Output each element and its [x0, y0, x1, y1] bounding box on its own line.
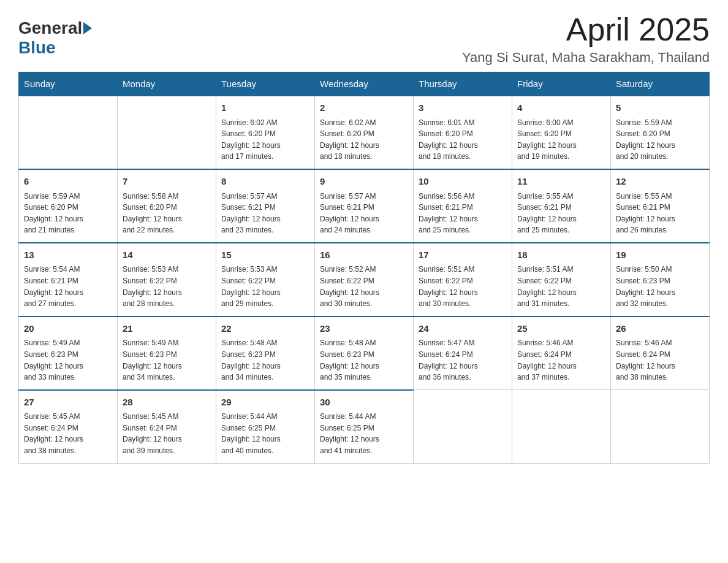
day-info: Sunrise: 6:02 AMSunset: 6:20 PMDaylight:…	[320, 117, 408, 163]
day-number: 14	[123, 248, 211, 262]
day-number: 21	[123, 322, 211, 336]
day-number: 23	[320, 322, 408, 336]
day-info: Sunrise: 5:51 AMSunset: 6:22 PMDaylight:…	[517, 264, 605, 309]
calendar-cell: 29Sunrise: 5:44 AMSunset: 6:25 PMDayligh…	[216, 390, 315, 463]
calendar-cell: 10Sunrise: 5:56 AMSunset: 6:21 PMDayligh…	[414, 169, 512, 243]
calendar-cell: 6Sunrise: 5:59 AMSunset: 6:20 PMDaylight…	[19, 169, 118, 243]
header: General Blue April 2025 Yang Si Surat, M…	[18, 12, 710, 66]
calendar-cell	[611, 390, 710, 463]
logo-arrow-icon	[83, 22, 92, 34]
day-number: 25	[517, 322, 605, 336]
logo: General Blue	[18, 12, 92, 58]
day-info: Sunrise: 5:59 AMSunset: 6:20 PMDaylight:…	[24, 191, 112, 236]
weekday-header-row: SundayMondayTuesdayWednesdayThursdayFrid…	[19, 72, 710, 96]
day-number: 10	[419, 175, 507, 189]
day-info: Sunrise: 5:57 AMSunset: 6:21 PMDaylight:…	[221, 191, 309, 236]
calendar-cell: 30Sunrise: 5:44 AMSunset: 6:25 PMDayligh…	[315, 390, 414, 463]
day-number: 3	[419, 101, 507, 115]
weekday-header-sunday: Sunday	[19, 72, 118, 96]
calendar-week-row: 20Sunrise: 5:49 AMSunset: 6:23 PMDayligh…	[19, 316, 710, 390]
day-info: Sunrise: 5:54 AMSunset: 6:21 PMDaylight:…	[24, 264, 112, 309]
calendar-cell: 11Sunrise: 5:55 AMSunset: 6:21 PMDayligh…	[512, 169, 611, 243]
day-info: Sunrise: 5:47 AMSunset: 6:24 PMDaylight:…	[419, 337, 507, 383]
calendar-cell: 18Sunrise: 5:51 AMSunset: 6:22 PMDayligh…	[512, 243, 611, 316]
calendar-cell: 17Sunrise: 5:51 AMSunset: 6:22 PMDayligh…	[414, 243, 512, 316]
day-number: 6	[24, 175, 112, 189]
day-number: 20	[24, 322, 112, 336]
day-info: Sunrise: 5:50 AMSunset: 6:23 PMDaylight:…	[616, 264, 704, 309]
calendar-cell: 27Sunrise: 5:45 AMSunset: 6:24 PMDayligh…	[19, 390, 118, 463]
weekday-header-tuesday: Tuesday	[216, 72, 315, 96]
weekday-header-thursday: Thursday	[414, 72, 512, 96]
calendar-cell	[118, 96, 216, 169]
day-number: 28	[123, 396, 211, 410]
day-info: Sunrise: 5:53 AMSunset: 6:22 PMDaylight:…	[221, 264, 309, 309]
calendar-cell	[19, 96, 118, 169]
calendar-cell: 1Sunrise: 6:02 AMSunset: 6:20 PMDaylight…	[216, 96, 315, 169]
day-number: 29	[221, 396, 309, 410]
calendar-cell: 20Sunrise: 5:49 AMSunset: 6:23 PMDayligh…	[19, 316, 118, 390]
day-info: Sunrise: 5:45 AMSunset: 6:24 PMDaylight:…	[123, 411, 211, 456]
weekday-header-saturday: Saturday	[611, 72, 710, 96]
day-info: Sunrise: 5:52 AMSunset: 6:22 PMDaylight:…	[320, 264, 408, 309]
day-info: Sunrise: 5:49 AMSunset: 6:23 PMDaylight:…	[123, 337, 211, 383]
calendar-week-row: 13Sunrise: 5:54 AMSunset: 6:21 PMDayligh…	[19, 243, 710, 316]
calendar-cell: 7Sunrise: 5:58 AMSunset: 6:20 PMDaylight…	[118, 169, 216, 243]
calendar-cell: 21Sunrise: 5:49 AMSunset: 6:23 PMDayligh…	[118, 316, 216, 390]
day-number: 13	[24, 248, 112, 262]
calendar-cell: 22Sunrise: 5:48 AMSunset: 6:23 PMDayligh…	[216, 316, 315, 390]
calendar-cell	[512, 390, 611, 463]
calendar-cell: 2Sunrise: 6:02 AMSunset: 6:20 PMDaylight…	[315, 96, 414, 169]
day-info: Sunrise: 6:00 AMSunset: 6:20 PMDaylight:…	[517, 117, 605, 163]
logo-general-text: General	[18, 18, 82, 38]
weekday-header-friday: Friday	[512, 72, 611, 96]
day-info: Sunrise: 5:45 AMSunset: 6:24 PMDaylight:…	[24, 411, 112, 456]
calendar-cell: 3Sunrise: 6:01 AMSunset: 6:20 PMDaylight…	[414, 96, 512, 169]
day-info: Sunrise: 5:49 AMSunset: 6:23 PMDaylight:…	[24, 337, 112, 383]
day-info: Sunrise: 6:01 AMSunset: 6:20 PMDaylight:…	[419, 117, 507, 163]
calendar-cell: 13Sunrise: 5:54 AMSunset: 6:21 PMDayligh…	[19, 243, 118, 316]
calendar-cell: 9Sunrise: 5:57 AMSunset: 6:21 PMDaylight…	[315, 169, 414, 243]
logo-blue-text: Blue	[18, 38, 56, 58]
day-number: 30	[320, 396, 408, 410]
day-info: Sunrise: 5:56 AMSunset: 6:21 PMDaylight:…	[419, 191, 507, 236]
day-number: 27	[24, 396, 112, 410]
day-number: 26	[616, 322, 704, 336]
day-info: Sunrise: 5:44 AMSunset: 6:25 PMDaylight:…	[221, 411, 309, 456]
calendar-cell	[414, 390, 512, 463]
day-number: 24	[419, 322, 507, 336]
weekday-header-monday: Monday	[118, 72, 216, 96]
day-number: 2	[320, 101, 408, 115]
day-info: Sunrise: 5:51 AMSunset: 6:22 PMDaylight:…	[419, 264, 507, 309]
calendar-cell: 24Sunrise: 5:47 AMSunset: 6:24 PMDayligh…	[414, 316, 512, 390]
calendar-week-row: 1Sunrise: 6:02 AMSunset: 6:20 PMDaylight…	[19, 96, 710, 169]
calendar-cell: 16Sunrise: 5:52 AMSunset: 6:22 PMDayligh…	[315, 243, 414, 316]
calendar-cell: 8Sunrise: 5:57 AMSunset: 6:21 PMDaylight…	[216, 169, 315, 243]
day-number: 19	[616, 248, 704, 262]
day-number: 7	[123, 175, 211, 189]
calendar-cell: 23Sunrise: 5:48 AMSunset: 6:23 PMDayligh…	[315, 316, 414, 390]
day-number: 1	[221, 101, 309, 115]
calendar-cell: 14Sunrise: 5:53 AMSunset: 6:22 PMDayligh…	[118, 243, 216, 316]
day-number: 5	[616, 101, 704, 115]
location-title: Yang Si Surat, Maha Sarakham, Thailand	[462, 50, 710, 66]
calendar-week-row: 27Sunrise: 5:45 AMSunset: 6:24 PMDayligh…	[19, 390, 710, 463]
day-number: 22	[221, 322, 309, 336]
calendar-cell: 5Sunrise: 5:59 AMSunset: 6:20 PMDaylight…	[611, 96, 710, 169]
title-area: April 2025 Yang Si Surat, Maha Sarakham,…	[462, 12, 710, 66]
calendar-week-row: 6Sunrise: 5:59 AMSunset: 6:20 PMDaylight…	[19, 169, 710, 243]
day-number: 18	[517, 248, 605, 262]
day-number: 16	[320, 248, 408, 262]
day-info: Sunrise: 5:58 AMSunset: 6:20 PMDaylight:…	[123, 191, 211, 236]
day-info: Sunrise: 5:46 AMSunset: 6:24 PMDaylight:…	[517, 337, 605, 383]
day-info: Sunrise: 5:48 AMSunset: 6:23 PMDaylight:…	[320, 337, 408, 383]
day-info: Sunrise: 5:57 AMSunset: 6:21 PMDaylight:…	[320, 191, 408, 236]
day-number: 15	[221, 248, 309, 262]
day-info: Sunrise: 5:46 AMSunset: 6:24 PMDaylight:…	[616, 337, 704, 383]
calendar-cell: 15Sunrise: 5:53 AMSunset: 6:22 PMDayligh…	[216, 243, 315, 316]
day-number: 9	[320, 175, 408, 189]
day-number: 4	[517, 101, 605, 115]
day-info: Sunrise: 5:55 AMSunset: 6:21 PMDaylight:…	[616, 191, 704, 236]
calendar-cell: 12Sunrise: 5:55 AMSunset: 6:21 PMDayligh…	[611, 169, 710, 243]
day-info: Sunrise: 5:48 AMSunset: 6:23 PMDaylight:…	[221, 337, 309, 383]
